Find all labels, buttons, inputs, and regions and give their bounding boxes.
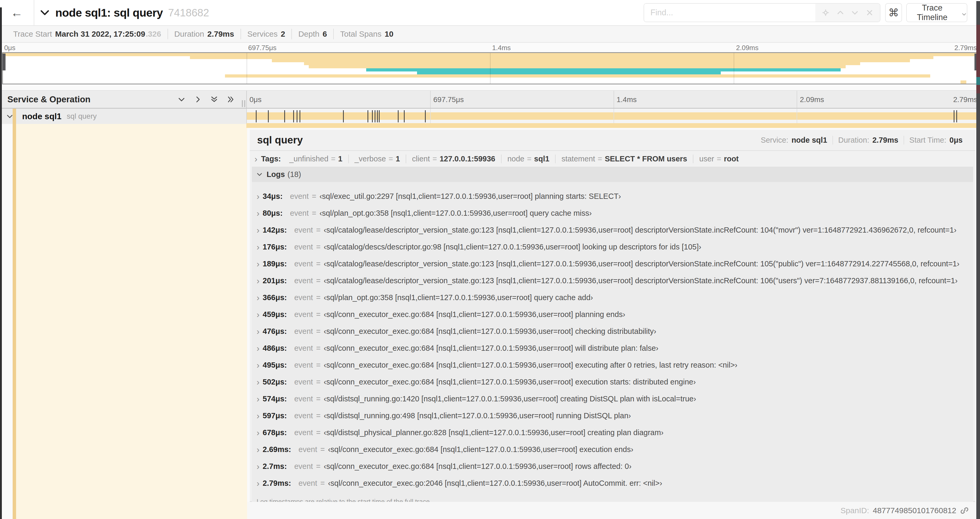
log-marker-tick xyxy=(256,110,256,122)
log-value: ‹sql/conn_executor_exec.go:684 [nsql1,cl… xyxy=(324,344,658,353)
log-row[interactable]: ›176μs:event=‹sql/catalog/descs/descript… xyxy=(252,238,973,255)
log-value: ‹sql/distsql_physical_planner.go:828 [ns… xyxy=(324,428,663,437)
trace-title-group: node sql1: sql query 7418682 xyxy=(40,0,209,25)
summary-label: Total Spans xyxy=(340,30,382,38)
log-equals: = xyxy=(316,293,321,302)
log-key: event xyxy=(294,462,313,471)
log-row[interactable]: ›574μs:event=‹sql/distsql_running.go:142… xyxy=(252,390,973,407)
log-marker-tick xyxy=(293,110,294,122)
log-row[interactable]: ›2.69ms:event=‹sql/conn_executor_exec.go… xyxy=(252,441,973,458)
logs-list: ›34μs:event=‹sql/exec_util.go:2297 [nsql… xyxy=(252,182,973,492)
log-key-value: event=‹sql/conn_executor_exec.go:2046 [n… xyxy=(299,479,662,488)
chevron-right-icon: › xyxy=(256,378,259,386)
log-row[interactable]: ›597μs:event=‹sql/distsql_running.go:498… xyxy=(252,407,973,424)
chevron-right-icon[interactable] xyxy=(194,95,202,104)
find-input[interactable] xyxy=(644,4,815,22)
log-marker-tick xyxy=(398,110,399,122)
log-equals: = xyxy=(316,462,321,471)
log-row[interactable]: ›495μs:event=‹sql/conn_executor_exec.go:… xyxy=(252,356,973,374)
tag-equals: = xyxy=(717,155,721,163)
chevron-down-icon[interactable] xyxy=(851,8,859,17)
log-equals: = xyxy=(312,209,317,217)
minimap-canvas[interactable] xyxy=(2,52,978,85)
log-row[interactable]: ›142μs:event=‹sql/catalog/lease/descript… xyxy=(252,222,973,238)
log-timestamp: 486μs: xyxy=(262,344,287,353)
chevron-right-icon: › xyxy=(256,327,259,336)
log-row[interactable]: ›678μs:event=‹sql/distsql_physical_plann… xyxy=(252,424,973,441)
summary-value: 6 xyxy=(323,30,327,38)
close-icon[interactable] xyxy=(865,8,874,17)
log-row[interactable]: ›2.7ms:event=‹sql/conn_executor_exec.go:… xyxy=(252,458,973,475)
log-key: event xyxy=(294,310,313,319)
log-timestamp: 176μs: xyxy=(262,243,287,251)
tag-item: _verbose=1 xyxy=(348,155,406,163)
chevron-down-icon[interactable] xyxy=(177,95,186,104)
tag-equals: = xyxy=(388,155,393,163)
ruler-tick-label: 697.75μs xyxy=(430,91,464,108)
log-equals: = xyxy=(316,276,321,285)
log-row[interactable]: ›189μs:event=‹sql/catalog/lease/descript… xyxy=(252,255,973,272)
minimap-gridline xyxy=(490,53,490,84)
log-equals: = xyxy=(316,344,321,353)
logs-section: Logs (18) ›34μs:event=‹sql/exec_util.go:… xyxy=(252,167,973,511)
log-row[interactable]: ›34μs:event=‹sql/exec_util.go:2297 [nsql… xyxy=(252,188,973,204)
log-value: ‹sql/plan_opt.go:358 [nsql1,client=127.0… xyxy=(320,209,592,217)
trace-page-header: ← node sql1: sql query 7418682 ⌘ Trace T… xyxy=(0,0,980,25)
back-button[interactable]: ← xyxy=(0,0,34,25)
crosshair-icon[interactable] xyxy=(821,8,830,17)
summary-item: Services2 xyxy=(241,29,292,39)
chevron-right-icon: › xyxy=(256,344,259,353)
log-equals: = xyxy=(320,479,325,488)
tag-item: _unfinished=1 xyxy=(283,155,348,163)
logs-header[interactable]: Logs (18) xyxy=(252,167,973,182)
summary-item: Duration2.79ms xyxy=(168,29,241,39)
chevron-right-icon: › xyxy=(256,445,259,454)
chevron-right-icon: › xyxy=(256,462,259,471)
double-chevron-right-icon[interactable] xyxy=(226,95,235,104)
log-row[interactable]: ›366μs:event=‹sql/plan_opt.go:358 [nsql1… xyxy=(252,289,973,306)
log-row[interactable]: ›80μs:event=‹sql/plan_opt.go:358 [nsql1,… xyxy=(252,204,973,222)
log-key-value: event=‹sql/conn_executor_exec.go:684 [ns… xyxy=(294,378,696,386)
span-row[interactable]: node sql1 sql query xyxy=(0,109,980,124)
span-row-name-column[interactable]: node sql1 sql query xyxy=(0,109,246,124)
service-color-accent xyxy=(13,109,16,124)
chevron-right-icon: › xyxy=(256,260,259,268)
log-marker-tick xyxy=(425,110,426,122)
timeline-gridline xyxy=(614,109,614,124)
chevron-right-icon: › xyxy=(256,411,259,420)
log-key: event xyxy=(294,394,313,403)
keyboard-shortcuts-button[interactable]: ⌘ xyxy=(885,3,902,22)
log-marker-tick xyxy=(368,110,368,122)
column-resizer[interactable] xyxy=(242,100,245,107)
log-equals: = xyxy=(316,378,321,386)
span-detail-header: sql query Service: node sql1 Duration: 2… xyxy=(250,130,975,151)
log-row[interactable]: ›2.79ms:event=‹sql/conn_executor_exec.go… xyxy=(252,475,973,492)
tags-row[interactable]: › Tags: _unfinished=1_verbose=1client=12… xyxy=(250,151,975,167)
summary-label: Trace Start xyxy=(13,30,52,38)
minimap-span-bar xyxy=(309,65,846,68)
link-icon[interactable] xyxy=(960,506,969,515)
tag-value: 127.0.0.1:59936 xyxy=(440,155,495,163)
log-timestamp: 80μs: xyxy=(262,209,283,217)
chevron-down-icon[interactable] xyxy=(40,7,50,18)
tag-value: 1 xyxy=(338,155,342,163)
log-row[interactable]: ›459μs:event=‹sql/conn_executor_exec.go:… xyxy=(252,306,973,323)
trace-view-select[interactable]: Trace Timeline xyxy=(906,3,967,22)
double-chevron-down-icon[interactable] xyxy=(210,95,218,104)
log-value: ‹sql/catalog/descs/descriptor.go:98 [nsq… xyxy=(324,243,701,251)
log-key: event xyxy=(294,411,313,420)
log-value: ‹sql/catalog/lease/descriptor_version_st… xyxy=(324,260,959,268)
minimap-scrubber-left[interactable] xyxy=(2,54,6,70)
view-select-label: Trace Timeline xyxy=(907,3,958,22)
log-row[interactable]: ›486μs:event=‹sql/conn_executor_exec.go:… xyxy=(252,340,973,356)
ruler-tick-label: 0μs xyxy=(247,91,262,108)
chevron-right-icon: › xyxy=(256,361,259,369)
log-marker-tick xyxy=(375,110,375,122)
log-row[interactable]: ›476μs:event=‹sql/conn_executor_exec.go:… xyxy=(252,323,973,340)
log-row[interactable]: ›502μs:event=‹sql/conn_executor_exec.go:… xyxy=(252,374,973,390)
log-row[interactable]: ›201μs:event=‹sql/catalog/lease/descript… xyxy=(252,272,973,289)
tags-list: _unfinished=1_verbose=1client=127.0.0.1:… xyxy=(283,155,745,163)
span-operation-name: sql query xyxy=(67,112,97,121)
chevron-up-icon[interactable] xyxy=(836,8,845,17)
span-row-timeline[interactable] xyxy=(246,109,980,124)
